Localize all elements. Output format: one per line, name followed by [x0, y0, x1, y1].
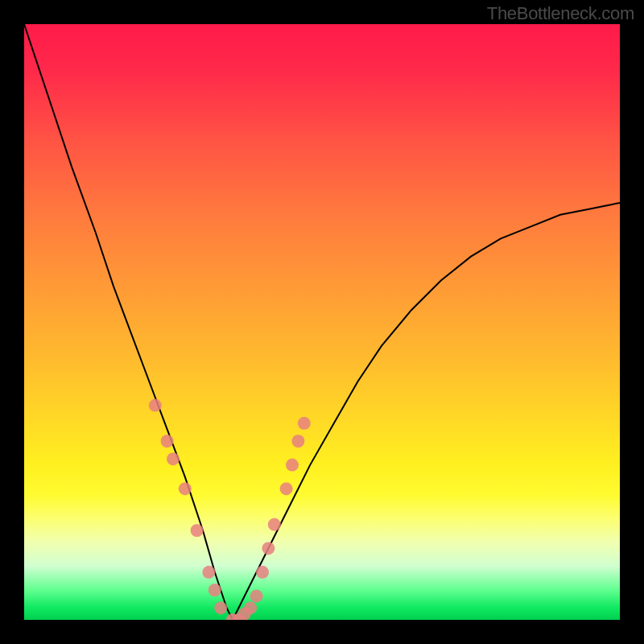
data-point — [191, 524, 204, 537]
data-point — [250, 589, 263, 602]
data-point — [262, 542, 275, 555]
data-point — [208, 584, 221, 597]
data-point — [179, 482, 192, 495]
data-point — [286, 459, 299, 472]
data-point — [256, 566, 269, 579]
curve-group — [24, 24, 620, 620]
data-point — [149, 399, 162, 412]
data-point — [291, 435, 304, 448]
data-point — [280, 482, 293, 495]
data-point — [268, 518, 281, 531]
bottleneck-curve — [24, 24, 620, 620]
markers-group — [149, 399, 311, 620]
data-point — [167, 452, 180, 465]
chart-svg — [24, 24, 620, 620]
data-point — [298, 417, 311, 430]
data-point — [244, 601, 257, 614]
data-point — [214, 601, 227, 614]
watermark-text: TheBottleneck.com — [487, 3, 634, 24]
data-point — [161, 435, 174, 448]
data-point — [202, 566, 215, 579]
plot-area — [24, 24, 620, 620]
